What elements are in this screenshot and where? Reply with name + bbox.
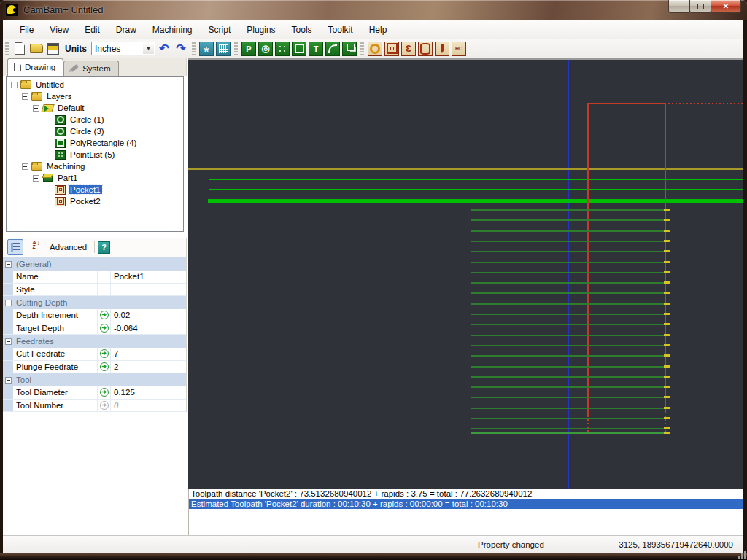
circle-icon [55, 127, 66, 136]
tree-item-pocket2[interactable]: Pocket2 [7, 195, 183, 207]
circle-icon[interactable] [258, 42, 273, 56]
tree-item-part1[interactable]: Part1 [7, 172, 183, 184]
resize-grip[interactable] [744, 556, 746, 559]
minimize-button[interactable]: — [668, 0, 690, 13]
green-arrow-icon[interactable]: ➜ [100, 388, 109, 397]
property-row-tool-number[interactable]: Tool Number➜0 [3, 400, 186, 413]
menu-draw[interactable]: Draw [108, 21, 144, 39]
collapse-icon[interactable] [5, 261, 12, 268]
property-value[interactable]: 0.02 [111, 309, 186, 322]
property-value[interactable]: 2 [111, 361, 186, 373]
surface-icon[interactable] [342, 42, 357, 56]
toolbar: Units Inches ▼ ↶↷ [3, 39, 743, 58]
status-bar: Property changed 3125, 189356719472640.0… [3, 535, 743, 553]
property-row-name[interactable]: NamePocket1 [3, 271, 186, 284]
tree-item-pocket1[interactable]: Pocket1 [7, 184, 183, 195]
log-message[interactable]: Estimated Toolpath 'Pocket2' duration : … [189, 499, 743, 509]
chevron-down-icon[interactable]: ▼ [143, 43, 154, 54]
expander-icon[interactable] [33, 105, 39, 112]
collapse-icon[interactable] [5, 377, 12, 384]
alphabetical-sort-button[interactable]: AZ [26, 239, 42, 255]
property-value[interactable] [111, 284, 186, 296]
property-value[interactable]: 7 [111, 348, 186, 360]
rectangle-icon[interactable] [292, 42, 306, 56]
grid-icon[interactable] [216, 42, 231, 56]
property-category[interactable]: Tool [3, 373, 186, 386]
maximize-button[interactable] [689, 0, 711, 13]
tree-item-circle-3-[interactable]: Circle (3) [7, 125, 183, 137]
open-file-icon[interactable] [29, 42, 44, 56]
collapse-icon[interactable] [5, 300, 12, 306]
new-file-icon[interactable] [12, 42, 27, 56]
pointlist-icon[interactable] [275, 42, 290, 56]
redo-icon[interactable]: ↷ [174, 42, 188, 56]
property-row-plunge-feedrate[interactable]: Plunge Feedrate➜2 [3, 361, 186, 374]
toolbar-grip[interactable] [192, 42, 196, 55]
green-arrow-icon[interactable]: ➜ [100, 349, 109, 358]
toolbar-grip[interactable] [234, 42, 238, 55]
tree-item-pointlist-5-[interactable]: PointList (5) [7, 149, 183, 160]
pocket-icon[interactable] [384, 42, 399, 56]
property-row-cut-feedrate[interactable]: Cut Feedrate➜7 [3, 348, 186, 361]
property-category[interactable]: (General) [3, 257, 186, 271]
property-category[interactable]: Cutting Depth [3, 296, 186, 309]
green-arrow-icon[interactable]: ➜ [100, 362, 109, 371]
polyline-icon[interactable] [241, 42, 256, 56]
text-icon[interactable] [309, 42, 323, 56]
tree-item-polyrectangle-4-[interactable]: PolyRectangle (4) [7, 137, 183, 149]
green-arrow-icon[interactable]: ➜ [100, 324, 109, 332]
tree-item-layers[interactable]: Layers [7, 90, 183, 102]
save-icon[interactable] [46, 42, 61, 56]
property-value[interactable]: 0 [111, 400, 186, 412]
property-row-tool-diameter[interactable]: Tool Diameter➜0.125 [3, 386, 186, 400]
units-dropdown[interactable]: Inches ▼ [91, 42, 155, 55]
expander-icon[interactable] [33, 175, 39, 182]
tree-item-machining[interactable]: Machining [7, 160, 183, 172]
property-row-style[interactable]: Style [3, 284, 186, 297]
menu-tools[interactable]: Tools [284, 21, 320, 39]
close-button[interactable]: ✕ [711, 0, 741, 13]
menu-view[interactable]: View [42, 21, 77, 39]
property-category[interactable]: Feedrates [3, 335, 186, 348]
tab-system[interactable]: System [63, 61, 118, 76]
engrave-icon[interactable] [401, 42, 416, 56]
expander-icon[interactable] [22, 93, 28, 100]
drawing-canvas[interactable] [188, 58, 743, 489]
log-message[interactable]: Toolpath distance 'Pocket2' : 73.5132680… [189, 489, 743, 499]
property-value[interactable]: Pocket1 [111, 271, 186, 283]
menu-machining[interactable]: Machining [144, 21, 201, 39]
green-arrow-icon[interactable]: ➜ [100, 311, 109, 319]
drill-icon[interactable] [368, 42, 382, 56]
toolbar-grip[interactable] [5, 42, 9, 55]
gcode-icon[interactable] [452, 42, 466, 56]
help-icon[interactable]: ? [98, 241, 110, 254]
categorized-view-button[interactable] [7, 239, 23, 255]
arc-icon[interactable] [325, 42, 340, 56]
menu-toolkit[interactable]: Toolkit [320, 21, 361, 39]
lathe-icon[interactable] [418, 42, 433, 56]
menu-plugins[interactable]: Plugins [239, 21, 283, 39]
expander-icon[interactable] [22, 163, 28, 170]
menu-help[interactable]: Help [361, 21, 395, 39]
collapse-icon[interactable] [5, 338, 12, 345]
tree-item-circle-1-[interactable]: Circle (1) [7, 114, 183, 125]
menu-script[interactable]: Script [201, 21, 239, 39]
expander-icon[interactable] [11, 82, 18, 88]
property-value[interactable]: -0.064 [111, 322, 186, 335]
property-value[interactable]: 0.125 [111, 386, 186, 399]
gray-arrow-icon[interactable]: ➜ [100, 401, 109, 410]
tree-item-untitled[interactable]: Untitled [7, 79, 183, 90]
toolbar-grip[interactable] [360, 42, 364, 55]
drillbit-icon[interactable] [435, 42, 449, 56]
tree-item-default[interactable]: Default [7, 102, 183, 114]
scan-16-line [471, 376, 664, 378]
menu-file[interactable]: File [12, 21, 42, 39]
property-row-target-depth[interactable]: Target Depth➜-0.064 [3, 322, 186, 335]
advanced-button[interactable]: Advanced [45, 241, 91, 253]
snap-icon[interactable] [199, 42, 214, 56]
undo-icon[interactable]: ↶ [157, 42, 171, 56]
property-row-depth-increment[interactable]: Depth Increment➜0.02 [3, 309, 186, 322]
title-bar[interactable]: CamBam+ Untitled — ✕ [0, 0, 747, 20]
tab-drawing[interactable]: Drawing [7, 58, 63, 76]
menu-edit[interactable]: Edit [77, 21, 108, 39]
